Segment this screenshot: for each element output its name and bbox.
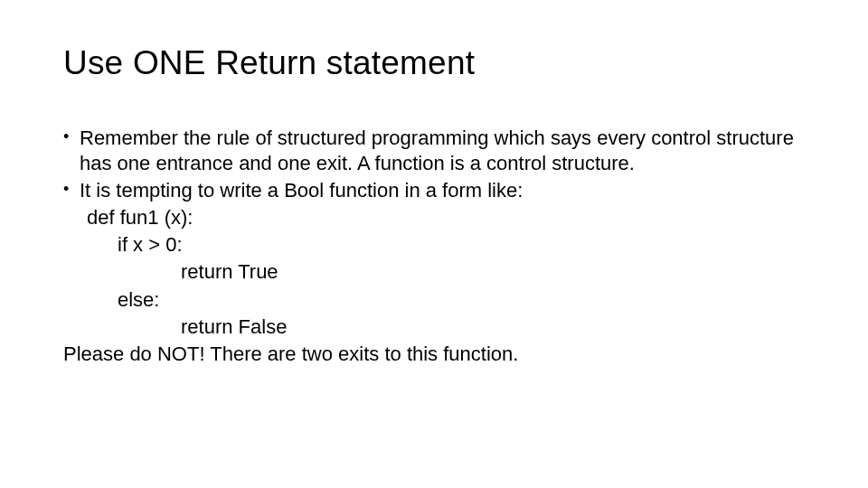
final-text: Please do NOT! There are two exits to th… xyxy=(63,342,805,367)
bullet-item: • Remember the rule of structured progra… xyxy=(63,126,805,176)
bullet-item: • It is tempting to write a Bool functio… xyxy=(63,178,805,203)
slide-title: Use ONE Return statement xyxy=(63,45,805,82)
code-line: if x > 0: xyxy=(63,232,805,258)
code-line: return False xyxy=(63,314,805,340)
code-line: else: xyxy=(63,287,805,313)
bullet-text: Remember the rule of structured programm… xyxy=(80,126,805,176)
slide-body: • Remember the rule of structured progra… xyxy=(63,126,805,367)
bullet-dot-icon: • xyxy=(63,126,80,176)
bullet-text: It is tempting to write a Bool function … xyxy=(80,178,805,203)
code-line: return True xyxy=(63,259,805,285)
code-line: def fun1 (x): xyxy=(63,205,805,230)
bullet-dot-icon: • xyxy=(63,178,80,203)
